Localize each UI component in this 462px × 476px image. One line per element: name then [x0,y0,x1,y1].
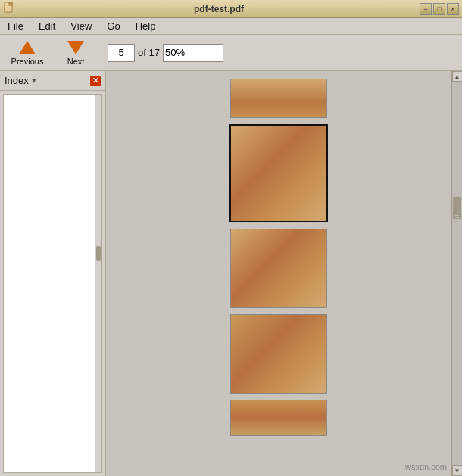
menu-go[interactable]: Go [102,19,124,33]
pdf-page-selected[interactable] [229,124,328,222]
scroll-thumb[interactable] [453,197,461,219]
menu-view[interactable]: View [66,19,96,33]
zoom-select[interactable]: 25% 50% 75% 100% 125% 150% 200% [163,44,223,62]
watermark: wsxdn.com [405,462,447,471]
sidebar-content [3,94,102,473]
sidebar: Index ▾ ✕ [0,71,106,476]
previous-button[interactable]: Previous [5,38,50,68]
pdf-page-partial-bottom[interactable] [230,400,327,436]
menu-edit[interactable]: Edit [34,19,60,33]
pdf-scrollbar[interactable]: ▲ ▼ [451,71,462,476]
next-icon [67,40,85,55]
total-pages: of 17 [138,47,160,58]
scroll-down-button[interactable]: ▼ [452,465,463,476]
window-title: pdf-test.pdf [194,4,244,14]
sidebar-scrollbar[interactable] [95,95,101,472]
sidebar-chevron-icon[interactable]: ▾ [32,76,36,86]
next-button[interactable]: Next [53,38,98,68]
zoom-wrapper: 25% 50% 75% 100% 125% 150% 200% [163,44,223,62]
sidebar-scroll-thumb [96,246,101,261]
pdf-scroll-content [106,71,451,476]
next-label: Next [67,57,85,66]
page-number-input[interactable] [108,44,135,62]
previous-label: Previous [11,57,44,66]
scroll-grip-icon [455,213,459,218]
menu-help[interactable]: Help [131,19,161,33]
toolbar: Previous Next of 17 25% 50% 75% 100% 125… [0,35,462,71]
minimize-button[interactable]: − [420,3,432,15]
menu-file[interactable]: File [3,19,28,33]
close-button[interactable]: × [447,3,459,15]
previous-icon [18,40,36,55]
page-navigation: of 17 25% 50% 75% 100% 125% 150% 200% [108,44,223,62]
pdf-page-3[interactable] [230,229,327,308]
sidebar-header: Index ▾ ✕ [0,71,105,91]
maximize-button[interactable]: □ [433,3,445,15]
scroll-track[interactable] [452,82,462,465]
title-bar: pdf-test.pdf − □ × [0,0,462,18]
pdf-page-4[interactable] [230,314,327,394]
pdf-page-partial-top[interactable] [230,79,327,118]
title-bar-icon [3,2,18,16]
sidebar-title: Index [5,75,29,86]
sidebar-close-button[interactable]: ✕ [90,76,101,86]
pdf-area: ▲ ▼ wsxdn.com [106,71,462,476]
window-controls: − □ × [420,3,459,15]
menu-bar: File Edit View Go Help [0,18,462,35]
scroll-up-button[interactable]: ▲ [452,71,463,82]
svg-rect-1 [9,2,12,5]
sidebar-header-left: Index ▾ [5,75,36,86]
main-area: Index ▾ ✕ [0,71,462,476]
